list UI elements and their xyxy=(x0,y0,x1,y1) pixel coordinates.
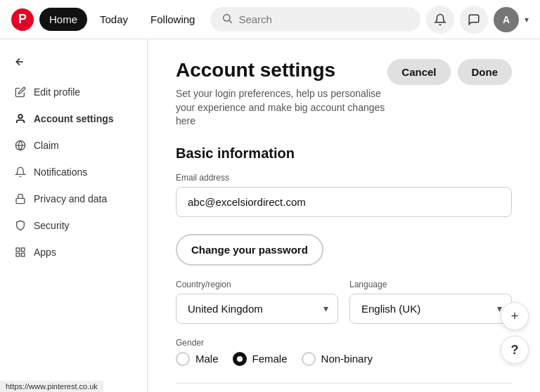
nav-following[interactable]: Following xyxy=(141,8,205,31)
content-header: Account settings Set your login preferen… xyxy=(176,59,512,129)
search-icon xyxy=(221,13,233,26)
gender-nonbinary-option[interactable]: Non-binary xyxy=(302,352,373,366)
sidebar-item-edit-profile[interactable]: Edit profile xyxy=(6,79,141,105)
gender-female-radio[interactable] xyxy=(233,352,247,366)
search-bar[interactable] xyxy=(210,7,420,32)
gender-options: Male Female Non-binary xyxy=(176,352,512,366)
gender-label: Gender xyxy=(176,338,512,348)
done-button[interactable]: Done xyxy=(458,59,513,85)
language-select[interactable]: English (UK) English (US) Français Deuts… xyxy=(349,294,512,324)
header-actions: Cancel Done xyxy=(387,59,512,85)
basic-info-title: Basic information xyxy=(176,145,512,162)
sidebar-item-privacy-data[interactable]: Privacy and data xyxy=(6,185,141,212)
language-label: Language xyxy=(349,280,512,289)
email-field-group: Email address xyxy=(176,173,512,217)
nav-home[interactable]: Home xyxy=(39,8,87,31)
email-label: Email address xyxy=(176,173,512,183)
shield-icon xyxy=(14,219,27,232)
pencil-icon xyxy=(14,86,27,98)
gender-male-label: Male xyxy=(195,353,219,365)
country-label: Country/region xyxy=(176,280,338,289)
gender-female-label: Female xyxy=(252,353,288,365)
top-navigation: P Home Today Following A ▾ xyxy=(0,0,540,39)
sidebar-label-account-settings: Account settings xyxy=(34,113,114,124)
sidebar-label-security: Security xyxy=(34,220,70,231)
gender-male-radio[interactable] xyxy=(176,352,190,366)
svg-rect-7 xyxy=(16,248,20,251)
svg-rect-8 xyxy=(21,248,25,251)
nav-actions: A ▾ xyxy=(426,6,529,34)
fab-container: + ? xyxy=(501,302,529,364)
messages-icon-button[interactable] xyxy=(460,6,488,34)
person-icon xyxy=(14,112,27,125)
sidebar-item-claim[interactable]: Claim xyxy=(6,132,141,159)
sidebar-label-edit-profile: Edit profile xyxy=(34,86,80,98)
pinterest-logo[interactable]: P xyxy=(11,8,34,31)
country-select-wrapper: United Kingdom United States Australia C… xyxy=(176,294,338,324)
gender-male-option[interactable]: Male xyxy=(176,352,219,366)
language-group: Language English (UK) English (US) Franç… xyxy=(349,280,512,324)
bell-icon xyxy=(14,166,27,178)
sidebar-item-apps[interactable]: Apps xyxy=(6,239,141,266)
gender-female-option[interactable]: Female xyxy=(233,352,288,366)
svg-rect-9 xyxy=(16,253,20,256)
status-bar: https://www.pinterest.co.uk xyxy=(0,381,103,392)
svg-rect-10 xyxy=(21,253,25,256)
title-block: Account settings Set your login preferen… xyxy=(176,59,387,129)
cancel-button[interactable]: Cancel xyxy=(387,59,450,85)
fab-plus-button[interactable]: + xyxy=(501,302,529,330)
sidebar-item-account-settings[interactable]: Account settings xyxy=(6,105,141,132)
back-button[interactable] xyxy=(6,51,141,73)
nav-today[interactable]: Today xyxy=(90,8,138,31)
page-subtitle: Set your login preferences, help us pers… xyxy=(176,87,387,129)
gender-nonbinary-radio[interactable] xyxy=(302,352,316,366)
sidebar-item-notifications[interactable]: Notifications xyxy=(6,159,141,185)
sidebar-label-privacy-data: Privacy and data xyxy=(34,193,107,204)
search-input[interactable] xyxy=(238,13,409,25)
gender-nonbinary-label: Non-binary xyxy=(321,353,373,365)
country-select[interactable]: United Kingdom United States Australia C… xyxy=(176,294,338,324)
change-password-label: Change your password xyxy=(191,244,308,256)
avatar[interactable]: A xyxy=(494,7,519,32)
svg-point-0 xyxy=(224,15,230,21)
email-input[interactable] xyxy=(176,187,512,217)
page-title: Account settings xyxy=(176,59,387,81)
dropdowns-row: Country/region United Kingdom United Sta… xyxy=(176,280,512,324)
svg-line-1 xyxy=(229,20,232,23)
sidebar: Edit profile Account settings Claim Noti… xyxy=(0,39,148,392)
gender-section: Gender Male Female Non-binary xyxy=(176,338,512,366)
chevron-down-icon[interactable]: ▾ xyxy=(525,15,529,25)
lock-icon xyxy=(14,192,27,205)
login-options-section: Login options Use your Facebook or Googl… xyxy=(176,383,512,392)
fab-help-button[interactable]: ? xyxy=(501,336,529,364)
sidebar-label-notifications: Notifications xyxy=(34,166,87,178)
main-content: Account settings Set your login preferen… xyxy=(148,39,540,392)
language-select-wrapper: English (UK) English (US) Français Deuts… xyxy=(349,294,512,324)
country-group: Country/region United Kingdom United Sta… xyxy=(176,280,338,324)
sidebar-label-apps: Apps xyxy=(34,247,56,258)
status-url: https://www.pinterest.co.uk xyxy=(6,382,98,391)
sidebar-item-security[interactable]: Security xyxy=(6,212,141,239)
change-password-button[interactable]: Change your password xyxy=(176,234,323,266)
notifications-icon-button[interactable] xyxy=(426,6,454,34)
svg-point-3 xyxy=(18,115,22,118)
grid-icon xyxy=(14,246,27,259)
svg-rect-6 xyxy=(16,198,25,203)
nav-links: Home Today Following xyxy=(39,8,205,31)
sidebar-label-claim: Claim xyxy=(34,140,59,151)
globe-icon xyxy=(14,139,27,152)
main-layout: Edit profile Account settings Claim Noti… xyxy=(0,39,540,392)
